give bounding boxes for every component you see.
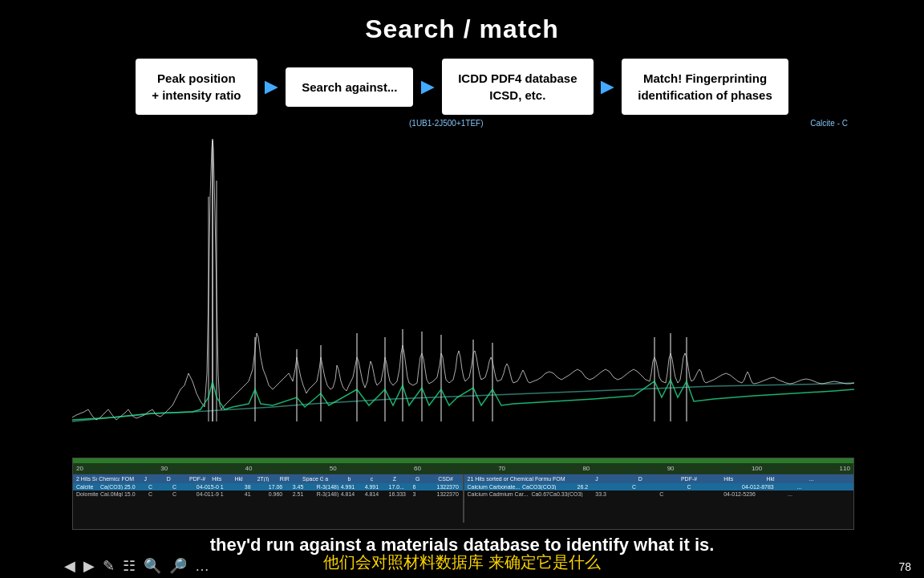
prev-button[interactable]: ◀ [64,557,75,575]
cell-fom-r: 26.2 [578,484,631,490]
table-row: Calcium Cadmium Car... Ca0.67Ca0.33(CO3)… [464,490,854,498]
cell-fom: 15.0 [124,491,147,497]
bottom-panel: 20 30 40 50 60 70 80 90 100 110 2 Hits S… [72,458,854,530]
tick-90: 90 [667,465,675,472]
tick-40: 40 [245,465,252,472]
th-hits: 2 Hits Sorted on Figure-Di.. [76,476,97,482]
play-button[interactable]: ▶ [83,557,95,575]
cell-formula-r: CaCO3(CO3) [522,484,576,490]
tick-60: 60 [414,465,421,472]
cell-z: 6 [413,484,436,490]
th-formula: Chemical Formula [99,476,120,482]
svg-rect-0 [72,132,854,446]
cell-name: Calcite [76,484,99,490]
cell-pdf-r: 04-012-8783 [742,484,796,490]
cell-hits: 1 [221,484,243,490]
cell-sg: R-3(148) [317,491,339,497]
cell-formula: CaI.0Mg0.5(CO3)2 [100,491,123,497]
th-hits2: Hits [212,476,233,482]
zoom-in-button[interactable]: 🔍 [144,557,161,575]
cell-hkl: 41 [245,491,267,497]
tick-20: 20 [76,465,83,472]
cell-z: 3 [413,491,436,497]
th-j: J [144,476,165,482]
flowchart: Peak position+ intensity ratio ► Search … [0,59,924,115]
th-rir: RIR [280,476,301,482]
cell-a: 4.814 [341,491,363,497]
xrd-chart [72,132,854,446]
more-button[interactable]: … [195,558,209,575]
cell-pdf-r2: 04-012-5236 [723,491,786,497]
cell-csd: 1322370 [437,484,460,490]
cell-rir: 3.45 [293,484,315,490]
edit-button[interactable]: ✎ [103,557,115,575]
th-hkl: Hkl [234,476,255,482]
cell-c: 17.0... [389,484,411,490]
table-row: Calcium Carbonate... CaCO3(CO3) 26.2 C C… [464,483,854,490]
tiny-label-right: Calcite - C [810,119,848,128]
th-more-r: ... [809,476,850,482]
cell-fom: 25.0 [124,484,147,490]
cell-b: 4.991 [365,484,387,490]
flow-box-4: Match! Fingerprintingidentification of p… [622,59,788,115]
th-hits-r: 21 Hits sorted on... [468,476,509,482]
th-fom-r: FOM [553,476,594,482]
tick-80: 80 [582,465,590,472]
th-pdf-r: PDF-# [681,476,722,482]
th-sg: Space Group [302,476,323,482]
cell-hits: 1 [221,491,243,497]
cell-name-r2: Calcium Cadmium Car... [468,491,530,497]
tick-50: 50 [330,465,337,472]
tick-30: 30 [160,465,168,472]
page-title: Search / match [0,0,924,44]
cell-c: 16.333 [389,491,411,497]
th-g: G [415,476,436,482]
table-right-header: 21 Hits sorted on... Chemical Formula FO… [464,474,854,483]
th-hits2-r: Hits [723,476,764,482]
cell-hkl: 38 [245,484,267,490]
zoom-out-button[interactable]: 🔎 [169,557,187,575]
cell-fom-r2: 33.3 [595,491,658,497]
table-row: Dolomite CaI.0Mg0.5(CO3)2 15.0 C C 04-01… [73,490,463,498]
scale-ticks: 20 30 40 50 60 70 80 90 100 110 [76,465,850,472]
chart-area [72,132,854,446]
cell-pdf: 04-011-9830 [197,491,219,497]
th-b: b [347,476,368,482]
tick-100: 100 [752,465,762,472]
cell-a: 4.991 [341,484,363,490]
th-formula-r: Chemical Formula [510,476,551,482]
th-pdf: PDF-# [189,476,210,482]
cell-d-r: C [687,484,741,490]
cell-b: 4.814 [365,491,387,497]
cell-j: C [148,484,171,490]
cell-2t: 0.960 [269,491,291,497]
cell-csd: 1322370 [437,491,460,497]
cell-d: C [172,484,195,490]
th-fom: FOM [121,476,142,482]
th-d-r: D [638,476,679,482]
th-csd: CSD# [438,476,459,482]
grid-button[interactable]: ☷ [123,557,136,575]
table-left-header: 2 Hits Sorted on Figure-Di.. Chemical Fo… [73,474,463,483]
flow-box-2: Search against... [286,67,413,107]
th-c: c [371,476,391,482]
th-hkl-r: Hkl [766,476,807,482]
scale-bar: 20 30 40 50 60 70 80 90 100 110 [73,463,853,474]
cell-extra-r2: ... [788,491,850,497]
table-right: 21 Hits sorted on... Chemical Formula FO… [464,474,854,523]
th-a: a [325,476,346,482]
tick-110: 110 [840,465,850,472]
table-row: Calcite Ca(CO3) 25.0 C C 04-015-0... 1 3… [73,483,463,490]
tiny-label-left: (1UB1-2J500+1TEF) [409,119,484,128]
cell-j-r2: C [659,491,722,497]
flow-box-1: Peak position+ intensity ratio [136,59,257,115]
tick-70: 70 [498,465,505,472]
cell-name-r: Calcium Carbonate... [468,484,521,490]
cell-j-r: C [632,484,686,490]
cell-pdf: 04-015-0... [197,484,219,490]
page-number: 78 [898,560,911,573]
table-left: 2 Hits Sorted on Figure-Di.. Chemical Fo… [73,474,463,523]
cell-rir: 2.51 [293,491,315,497]
th-j-r: J [595,476,636,482]
flow-box-3: ICDD PDF4 databaseICSD, etc. [442,59,593,115]
